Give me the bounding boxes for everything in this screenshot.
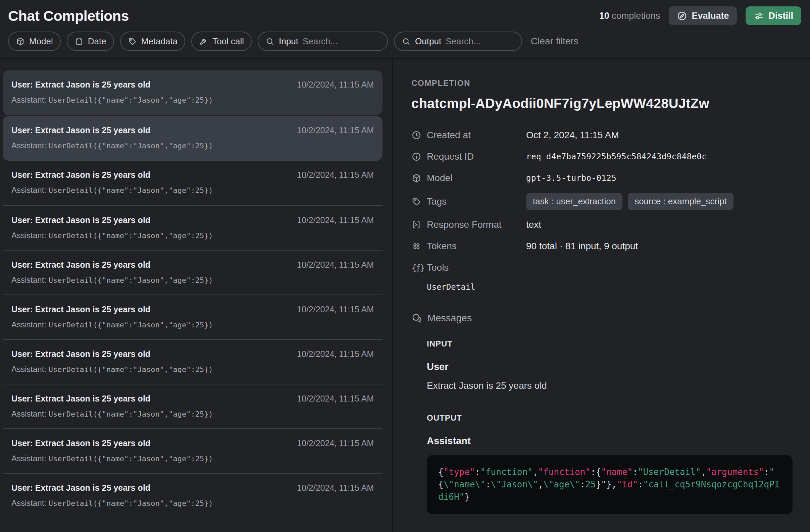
item-assistant-text: Assistant: UserDetail({"name":"Jason","a… (12, 141, 374, 150)
item-timestamp: 10/2/2024, 11:15 AM (297, 349, 374, 359)
output-search-label: Output (415, 36, 441, 47)
item-assistant-text: Assistant: UserDetail({"name":"Jason","a… (12, 320, 374, 329)
assistant-tool-call-code: {"type":"function","function":{"name":"U… (427, 455, 793, 514)
detail-row: Tokens 90 total · 81 input, 9 output (411, 239, 795, 253)
completion-id: chatcmpl-ADyAodii0NF7ig7yLepWW428UJtZw (411, 96, 795, 111)
output-search-field[interactable] (446, 36, 514, 47)
wrench-icon (199, 37, 208, 46)
item-assistant-text: Assistant: UserDetail({"name":"Jason","a… (12, 365, 374, 374)
item-assistant-text: Assistant: UserDetail({"name":"Jason","a… (12, 95, 374, 105)
detail-row-label: Tokens (427, 241, 526, 252)
item-timestamp: 10/2/2024, 11:15 AM (297, 80, 374, 89)
top-bar: Chat Completions 10 completions Evaluate… (0, 0, 810, 59)
detail-row-label: Tools (427, 262, 526, 273)
item-timestamp: 10/2/2024, 11:15 AM (297, 483, 374, 493)
tokens-icon (411, 241, 427, 251)
item-timestamp: 10/2/2024, 11:15 AM (297, 126, 374, 135)
input-search-field[interactable] (303, 36, 380, 47)
completion-detail-pane: COMPLETION chatcmpl-ADyAodii0NF7ig7yLepW… (393, 59, 810, 532)
tag-icon (128, 37, 137, 46)
distill-button[interactable]: Distill (746, 6, 801, 25)
filter-pill-metadata[interactable]: Metadata (120, 32, 185, 51)
evaluate-button[interactable]: Evaluate (669, 6, 737, 25)
tools-icon: {ƒ} (411, 263, 427, 273)
item-user-text: User: Extract Jason is 25 years old (12, 260, 150, 270)
filter-pill-model[interactable]: Model (8, 32, 61, 51)
item-timestamp: 10/2/2024, 11:15 AM (297, 170, 374, 180)
input-message-text: Extract Jason is 25 years old (427, 380, 795, 391)
search-icon (402, 37, 411, 46)
item-user-text: User: Extract Jason is 25 years old (12, 483, 150, 493)
clear-filters-link[interactable]: Clear filters (531, 36, 579, 47)
input-role: User (427, 361, 795, 372)
item-user-text: User: Extract Jason is 25 years old (12, 126, 150, 135)
item-timestamp: 10/2/2024, 11:15 AM (297, 215, 374, 225)
completion-section-label: COMPLETION (411, 79, 795, 88)
item-user-text: User: Extract Jason is 25 years old (12, 438, 150, 448)
completion-list-item[interactable]: User: Extract Jason is 25 years old 10/2… (3, 428, 383, 473)
item-timestamp: 10/2/2024, 11:15 AM (297, 260, 374, 270)
detail-row-value: 90 total · 81 input, 9 output (526, 241, 638, 252)
detail-row-label: Response Format (427, 219, 526, 230)
detail-row-label: Model (427, 173, 526, 183)
completion-list-item[interactable]: User: Extract Jason is 25 years old 10/2… (3, 384, 383, 428)
input-search-label: Input (279, 36, 298, 47)
info-icon (411, 152, 427, 162)
cube-icon (16, 37, 25, 46)
item-user-text: User: Extract Jason is 25 years old (12, 170, 150, 180)
detail-row-value: task : user_extractionsource : example_s… (526, 193, 733, 210)
completion-list-item[interactable]: User: Extract Jason is 25 years old 10/2… (3, 473, 383, 518)
tag-icon (411, 197, 427, 206)
filter-pill-tool-call[interactable]: Tool call (191, 32, 252, 51)
messages-label: Messages (427, 313, 472, 324)
input-search[interactable]: Input (258, 32, 388, 51)
item-user-text: User: Extract Jason is 25 years old (12, 349, 150, 359)
output-search[interactable]: Output (394, 32, 522, 51)
detail-row: Tags task : user_extractionsource : exam… (411, 193, 795, 210)
cube-icon (411, 173, 427, 183)
completion-list-item[interactable]: User: Extract Jason is 25 years old 10/2… (3, 205, 383, 250)
item-assistant-text: Assistant: UserDetail({"name":"Jason","a… (12, 185, 374, 195)
item-assistant-text: Assistant: UserDetail({"name":"Jason","a… (12, 231, 374, 240)
detail-row-value: gpt-3.5-turbo-0125 (526, 173, 616, 183)
tag-chip: task : user_extraction (526, 193, 622, 210)
filter-pill-date[interactable]: Date (67, 32, 114, 51)
page-title: Chat Completions (8, 8, 129, 24)
completion-list-item[interactable]: User: Extract Jason is 25 years old 10/2… (3, 295, 383, 339)
completions-count: 10 completions (599, 11, 660, 21)
item-assistant-text: Assistant: UserDetail({"name":"Jason","a… (12, 409, 374, 419)
detail-row-value: text (526, 219, 541, 230)
item-user-text: User: Extract Jason is 25 years old (12, 304, 150, 314)
item-user-text: User: Extract Jason is 25 years old (12, 80, 150, 89)
tag-chip: source : example_script (628, 193, 733, 210)
item-assistant-text: Assistant: UserDetail({"name":"Jason","a… (12, 498, 374, 508)
output-role: Assistant (427, 435, 795, 447)
chat-completions-page: Chat Completions 10 completions Evaluate… (0, 0, 810, 532)
input-section-label: INPUT (427, 339, 795, 349)
completion-list-item[interactable]: User: Extract Jason is 25 years old 10/2… (3, 70, 383, 115)
completion-metadata: Created at Oct 2, 2024, 11:15 AM Request… (411, 129, 795, 275)
messages-icon (411, 313, 422, 324)
detail-row: Request ID req_d4e7ba759225b595c584243d9… (411, 150, 795, 163)
detail-row: {ƒ} Tools (411, 261, 795, 275)
response-format-icon (411, 220, 427, 230)
tool-name: UserDetail (427, 282, 795, 292)
item-timestamp: 10/2/2024, 11:15 AM (297, 438, 374, 448)
detail-row-value: req_d4e7ba759225b595c584243d9c848e0c (526, 152, 707, 161)
completion-list-item[interactable]: User: Extract Jason is 25 years old 10/2… (3, 116, 383, 161)
completion-list-item[interactable]: User: Extract Jason is 25 years old 10/2… (3, 161, 383, 205)
detail-row: Created at Oct 2, 2024, 11:15 AM (411, 129, 795, 142)
item-assistant-text: Assistant: UserDetail({"name":"Jason","a… (12, 454, 374, 463)
sliders-icon (754, 11, 764, 21)
item-timestamp: 10/2/2024, 11:15 AM (297, 304, 374, 314)
output-section-label: OUTPUT (427, 413, 795, 423)
detail-row: Response Format text (411, 218, 795, 231)
detail-row-label: Created at (427, 130, 526, 140)
item-assistant-text: Assistant: UserDetail({"name":"Jason","a… (12, 276, 374, 285)
messages-section: Messages INPUT User Extract Jason is 25 … (411, 313, 795, 514)
detail-row-value: Oct 2, 2024, 11:15 AM (526, 130, 619, 140)
completion-list-item[interactable]: User: Extract Jason is 25 years old 10/2… (3, 339, 383, 384)
detail-row-label: Tags (427, 196, 526, 207)
completion-list-item[interactable]: User: Extract Jason is 25 years old 10/2… (3, 250, 383, 295)
completions-list: User: Extract Jason is 25 years old 10/2… (0, 59, 393, 532)
